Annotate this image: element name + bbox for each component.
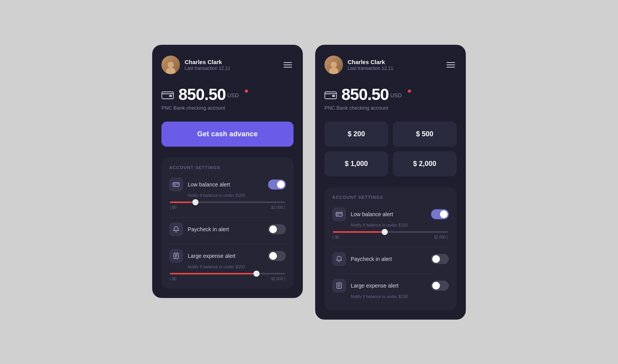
- low-balance-sub-2: Notify if balance is under $150: [351, 223, 449, 227]
- bell-icon-wrap-1: [169, 222, 183, 236]
- paycheck-name-2: Paycheck in alert: [351, 256, 392, 262]
- expense-toggle-1[interactable]: [268, 251, 286, 261]
- amount-500[interactable]: $ 500: [393, 122, 457, 147]
- amount-grid: $ 200 $ 500 $ 1,000 $ 2,000: [324, 122, 457, 176]
- wallet-icon-2: [324, 90, 337, 99]
- slider-min-1: | $0: [170, 205, 177, 210]
- slider-max-2: $2,000 |: [434, 235, 448, 239]
- header-1: Charles Clark Last transaction 12.11: [161, 56, 294, 74]
- setting-low-balance-2: Low balance alert Notify if balance is u…: [332, 207, 449, 239]
- setting-row-low-1: Low balance alert: [169, 178, 286, 191]
- svg-rect-1: [169, 95, 172, 97]
- svg-rect-11: [336, 212, 342, 216]
- balance-amount-1: 850.50USD: [178, 86, 239, 103]
- avatar-1: [161, 56, 180, 74]
- balance-dot-2: [408, 90, 411, 93]
- settings-section-2: ACCOUNT SETTINGS Low b: [324, 187, 457, 310]
- doc-icon-1: [173, 252, 180, 259]
- bell-icon-wrap-2: [332, 252, 346, 266]
- card-icon-wrap-1: [169, 178, 183, 191]
- user-name-1: Charles Clark: [185, 58, 230, 66]
- user-info-1: Charles Clark Last transaction 12.11: [185, 58, 230, 71]
- amount-2000[interactable]: $ 2,000: [393, 151, 457, 176]
- setting-left-paycheck-2: Paycheck in alert: [332, 252, 392, 266]
- screen-1: Charles Clark Last transaction 12.11: [152, 45, 303, 298]
- setting-paycheck-2: Paycheck in alert: [332, 252, 449, 266]
- slider-max-expense-1: $2,000 |: [271, 277, 285, 281]
- doc-icon-wrap-1: [169, 249, 183, 263]
- svg-rect-2: [173, 183, 179, 186]
- setting-large-expense-2: Large expense alert Notify if balance is…: [332, 279, 449, 299]
- settings-title-2: ACCOUNT SETTINGS: [332, 195, 449, 200]
- paycheck-name-1: Paycheck in alert: [188, 226, 229, 232]
- low-balance-toggle-1[interactable]: [268, 179, 286, 190]
- setting-row-low-2: Low balance alert: [332, 207, 449, 221]
- svg-rect-4: [174, 185, 176, 186]
- balance-section-2: 850.50USD PNC Bank checking account: [324, 86, 457, 111]
- wallet-icon-1: [161, 90, 174, 99]
- svg-rect-13: [337, 215, 339, 215]
- user-name-2: Charles Clark: [348, 58, 393, 66]
- paycheck-toggle-1[interactable]: [268, 224, 286, 234]
- low-balance-toggle-2[interactable]: [431, 209, 449, 219]
- amount-1000[interactable]: $ 1,000: [324, 151, 388, 176]
- bell-icon-1: [173, 226, 180, 233]
- balance-row-1: 850.50USD: [161, 86, 294, 103]
- amount-200[interactable]: $ 200: [324, 122, 388, 147]
- expense-name-2: Large expense alert: [351, 283, 399, 289]
- header-left-1: Charles Clark Last transaction 12.11: [161, 56, 230, 74]
- header-left-2: Charles Clark Last transaction 12.11: [324, 56, 393, 74]
- menu-icon-2[interactable]: [445, 61, 457, 69]
- settings-section-1: ACCOUNT SETTINGS Low b: [161, 157, 294, 289]
- setting-left-low-2: Low balance alert: [332, 207, 393, 221]
- card-icon-1: [173, 181, 180, 188]
- expense-sub-1: Notify if balance is under $150: [188, 264, 286, 269]
- slider-max-1: $2,000 |: [271, 205, 285, 210]
- user-sub-1: Last transaction 12.11: [185, 66, 230, 71]
- get-cash-advance-button[interactable]: Get cash advance: [161, 122, 294, 147]
- setting-left-expense-2: Large expense alert: [332, 279, 399, 293]
- low-balance-slider-1[interactable]: | $0 $2,000 |: [169, 201, 286, 210]
- balance-label-2: PNC Bank checking account: [324, 105, 457, 111]
- card-icon-2: [336, 211, 343, 218]
- setting-left-low-1: Low balance alert: [169, 178, 230, 191]
- avatar-2: [324, 56, 343, 74]
- low-balance-name-2: Low balance alert: [351, 211, 393, 217]
- card-icon-wrap-2: [332, 207, 346, 221]
- user-info-2: Charles Clark Last transaction 12.11: [348, 58, 393, 71]
- menu-icon-1[interactable]: [282, 61, 294, 69]
- setting-row-expense-1: Large expense alert: [169, 249, 286, 263]
- svg-rect-10: [332, 95, 335, 97]
- expense-name-1: Large expense alert: [188, 253, 236, 259]
- screen-2: Charles Clark Last transaction 12.11: [315, 45, 466, 320]
- balance-section-1: 850.50USD PNC Bank checking account: [161, 86, 294, 111]
- low-balance-name-1: Low balance alert: [188, 181, 230, 188]
- setting-left-expense-1: Large expense alert: [169, 249, 236, 263]
- paycheck-toggle-2[interactable]: [431, 254, 449, 264]
- user-sub-2: Last transaction 12.11: [348, 66, 393, 71]
- expense-sub-2: Notify if balance is under $150: [351, 294, 449, 299]
- large-expense-slider-1[interactable]: | $0 $2,000 |: [169, 273, 286, 281]
- doc-icon-2: [336, 282, 343, 289]
- balance-row-2: 850.50USD: [324, 86, 457, 103]
- setting-row-expense-2: Large expense alert: [332, 279, 449, 293]
- setting-paycheck-1: Paycheck in alert: [169, 222, 286, 236]
- low-balance-slider-2[interactable]: | $0 $2,000 |: [332, 231, 449, 239]
- setting-left-paycheck-1: Paycheck in alert: [169, 222, 229, 236]
- balance-amount-2: 850.50USD: [341, 86, 402, 103]
- bell-icon-2: [336, 256, 343, 262]
- balance-dot-1: [245, 90, 248, 93]
- slider-min-2: | $0: [333, 235, 340, 239]
- setting-row-paycheck-2: Paycheck in alert: [332, 252, 449, 266]
- settings-title-1: ACCOUNT SETTINGS: [169, 165, 286, 170]
- header-2: Charles Clark Last transaction 12.11: [324, 56, 457, 74]
- doc-icon-wrap-2: [332, 279, 346, 293]
- setting-row-paycheck-1: Paycheck in alert: [169, 222, 286, 236]
- expense-toggle-2[interactable]: [431, 281, 449, 291]
- slider-min-expense-1: | $0: [170, 277, 177, 281]
- low-balance-sub-1: Notify if balance is under $150: [188, 193, 286, 198]
- setting-large-expense-1: Large expense alert Notify if balance is…: [169, 249, 286, 281]
- balance-label-1: PNC Bank checking account: [161, 105, 294, 111]
- setting-low-balance-1: Low balance alert Notify if balance is u…: [169, 178, 286, 210]
